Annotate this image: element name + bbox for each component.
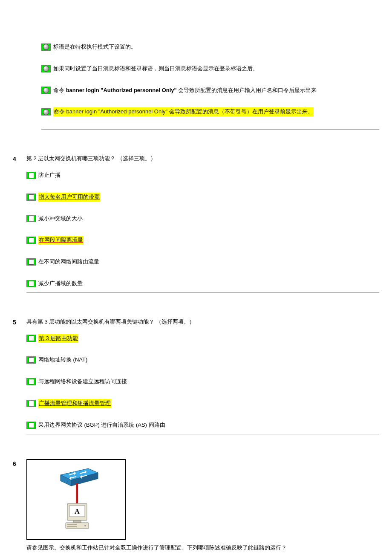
q5-option-2[interactable]: 网络地址转换 (NAT) [26, 356, 379, 364]
q4-option-1[interactable]: 防止广播 [26, 171, 379, 180]
q4-option-2[interactable]: 增大每名用户可用的带宽 [26, 193, 379, 202]
svg-rect-9 [67, 526, 77, 527]
question-4: 4 第 2 层以太网交换机有哪三项功能？ （选择三项。） 防止广播 增大每名用户… [13, 154, 379, 305]
option-label: 命令 banner login "Authorized personnel On… [53, 107, 314, 116]
svg-rect-6 [73, 520, 81, 523]
radio-icon [41, 87, 51, 94]
option-label: 广播流量管理和组播流量管理 [38, 399, 111, 408]
option-label: 在网段间隔离流量 [38, 236, 84, 245]
svg-point-10 [84, 525, 86, 526]
question-5: 5 具有第 3 层功能的以太网交换机有哪两项关键功能？ （选择两项。） 第 3 … [13, 318, 379, 446]
checkbox-icon [26, 215, 36, 222]
checkbox-icon [26, 194, 36, 201]
checkbox-icon [26, 237, 36, 244]
option-label: 减少广播域的数量 [38, 279, 83, 288]
question-6: 6 [13, 459, 379, 552]
option-label: 命令 banner login "Authorized personnel On… [53, 86, 317, 95]
svg-rect-8 [67, 524, 77, 525]
checkbox-icon [26, 280, 36, 287]
q5-text: 具有第 3 层功能的以太网交换机有哪两项关键功能？ （选择两项。） [26, 318, 379, 327]
radio-icon [41, 65, 51, 72]
q3-option-3[interactable]: 命令 banner login "Authorized personnel On… [41, 86, 379, 95]
option-label: 网络地址转换 (NAT) [38, 356, 87, 364]
option-label: 在不同的网络间路由流量 [38, 257, 99, 266]
checkbox-icon [26, 422, 36, 429]
checkbox-icon [26, 400, 36, 407]
checkbox-icon [26, 258, 36, 266]
option-label: 如果同时设置了当日消息标语和登录标语，则当日消息标语会显示在登录标语之后。 [53, 64, 258, 73]
option-prefix: 命令 [53, 87, 66, 93]
option-label: 增大每名用户可用的带宽 [38, 193, 100, 202]
divider [26, 434, 379, 434]
q3-option-1[interactable]: 标语是在特权执行模式下设置的。 [41, 43, 379, 52]
option-hl: 小冲突域的大小 [44, 215, 83, 222]
q4-option-5[interactable]: 在不同的网络间路由流量 [26, 257, 379, 266]
q4-option-6[interactable]: 减少广播域的数量 [26, 279, 379, 288]
q6-number: 6 [13, 459, 26, 468]
checkbox-icon [26, 335, 36, 342]
q4-text: 第 2 层以太网交换机有哪三项功能？ （选择三项。） [26, 154, 379, 163]
divider [26, 292, 379, 293]
q4-option-4[interactable]: 在网段间隔离流量 [26, 236, 379, 245]
option-label: 第 3 层路由功能 [38, 334, 78, 343]
option-label: 防止广播 [38, 171, 61, 180]
question-3-fragment: 标语是在特权执行模式下设置的。 如果同时设置了当日消息标语和登录标语，则当日消息… [13, 43, 379, 142]
q5-option-3[interactable]: 与远程网络和设备建立远程访问连接 [26, 377, 379, 386]
option-label: 与远程网络和设备建立远程访问连接 [38, 377, 127, 386]
checkbox-icon [26, 378, 36, 385]
svg-text:A: A [75, 508, 80, 515]
workstation-icon: A [65, 503, 90, 532]
q4-number: 4 [13, 154, 26, 164]
option-suffix: 会导致所配置的消息在用户输入用户名和口令后显示出来 [177, 87, 317, 93]
checkbox-icon [26, 172, 36, 179]
q5-option-1[interactable]: 第 3 层路由功能 [26, 334, 379, 343]
radio-icon [41, 108, 51, 116]
exhibit-image: A [26, 459, 126, 540]
option-label: 标语是在特权执行模式下设置的。 [53, 43, 136, 52]
q3-option-4[interactable]: 命令 banner login "Authorized personnel On… [41, 107, 379, 116]
option-label: 减小冲突域的大小 [38, 214, 83, 223]
option-label: 采用边界网关协议 (BGP) 进行自治系统 (AS) 间路由 [38, 421, 165, 430]
checkbox-icon [26, 356, 36, 364]
cable-icon [76, 483, 78, 503]
option-command: banner login "Authorized personnel Only" [66, 87, 177, 93]
q4-option-3[interactable]: 减小冲突域的大小 [26, 214, 379, 223]
radio-icon [41, 43, 51, 51]
q5-option-4[interactable]: 广播流量管理和组播流量管理 [26, 399, 379, 408]
divider [41, 129, 379, 130]
q3-option-2[interactable]: 如果同时设置了当日消息标语和登录标语，则当日消息标语会显示在登录标语之后。 [41, 64, 379, 73]
q5-number: 5 [13, 318, 26, 327]
q5-option-5[interactable]: 采用边界网关协议 (BGP) 进行自治系统 (AS) 间路由 [26, 421, 379, 430]
q6-caption: 请参见图示。交换机和工作站已针对全双工操作进行了管理配置。下列哪项陈述准确反映了… [26, 543, 379, 552]
